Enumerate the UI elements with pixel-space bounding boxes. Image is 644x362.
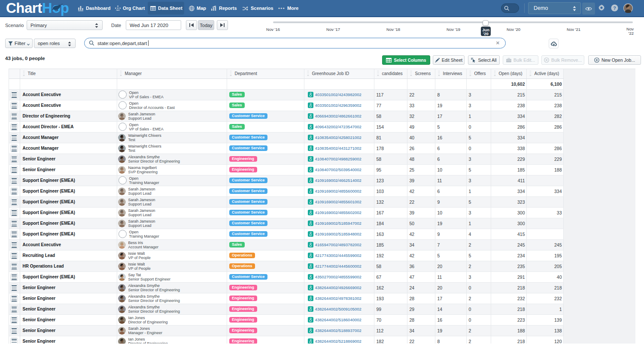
svg-text:?: ? [613, 6, 616, 11]
